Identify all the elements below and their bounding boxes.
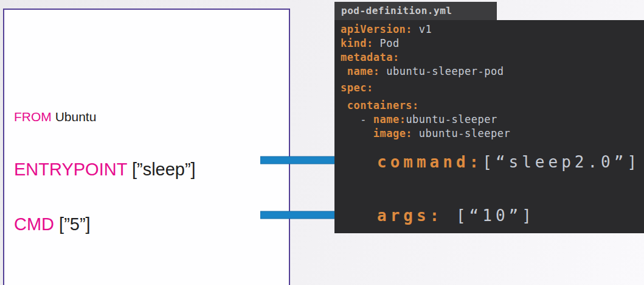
yaml-key: image: [373,127,412,139]
yaml-file-tab-label: pod-definition.yml [341,5,452,16]
code-line: metadata: [341,51,644,65]
yaml-value: v1 [412,23,432,35]
code-line: spec: [341,81,644,95]
yaml-file-tab: pod-definition.yml [334,2,497,20]
yaml-key: spec: [341,82,373,94]
yaml-key: name: [347,65,380,77]
dockerfile-line-cmd: CMD [”5”] [14,213,91,235]
cmd-keyword: CMD [14,214,54,234]
code-line: apiVersion: v1 [341,23,644,37]
command-line: command:[“sleep2.0”] [377,152,644,172]
pod-yaml-code-window: apiVersion: v1 kind: Pod metadata: name:… [334,20,644,233]
entrypoint-keyword: ENTRYPOINT [14,160,127,179]
args-line: args: [“10”] [377,205,644,226]
cmd-value: [”5”] [54,214,91,234]
code-line: kind: Pod [341,37,644,51]
command-key: command: [377,153,482,171]
yaml-value: Pod [373,37,400,49]
code-indent [341,99,347,111]
yaml-value: ubuntu-sleeper [412,127,510,139]
yaml-value: ubuntu-sleeper-pod [379,65,504,77]
code-indent [341,65,347,77]
slide-background: FROM Ubuntu ENTRYPOINT [”sleep”] CMD [”5… [0,0,644,285]
dockerfile-line-entrypoint: ENTRYPOINT [”sleep”] [14,158,196,180]
yaml-value: ubuntu-sleeper [406,113,497,125]
yaml-key: apiVersion: [341,23,412,35]
yaml-key: metadata: [341,51,400,63]
yaml-key: containers: [347,99,419,111]
entrypoint-value: [”sleep”] [127,160,196,179]
dockerfile-panel: FROM Ubuntu ENTRYPOINT [”sleep”] CMD [”5… [3,9,290,285]
code-line: name: ubuntu-sleeper-pod [341,65,644,79]
args-value: [“10”] [443,206,535,225]
command-value: [“sleep2.0”] [482,153,640,171]
yaml-key: name: [373,113,406,125]
from-value: Ubuntu [52,110,97,124]
code-indent [341,127,373,139]
code-line: containers: [341,99,644,113]
code-line: - name:ubuntu-sleeper [341,113,644,127]
args-key: args: [377,206,443,225]
from-keyword: FROM [14,110,52,124]
dockerfile-line-from: FROM Ubuntu [14,109,96,125]
yaml-key: kind: [341,37,373,49]
code-indent: - [341,113,373,125]
code-line: image: ubuntu-sleeper [341,127,644,141]
